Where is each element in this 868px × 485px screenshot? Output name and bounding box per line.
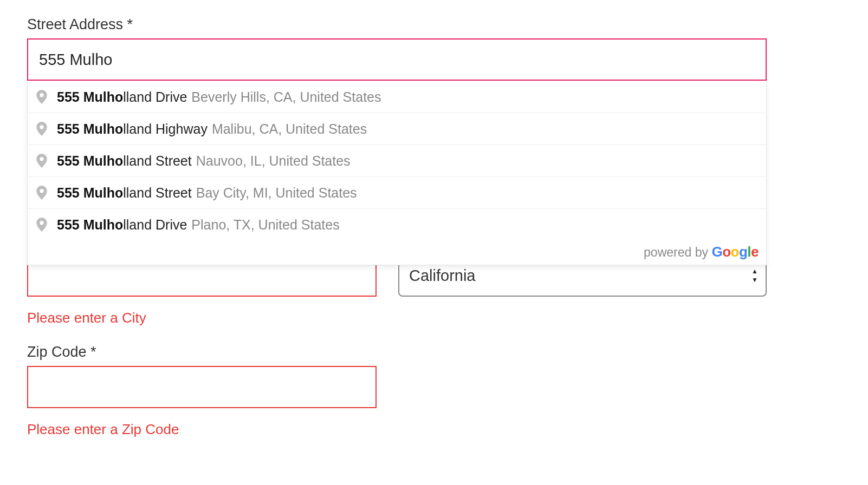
zip-code-input[interactable] bbox=[27, 366, 377, 408]
map-pin-icon bbox=[36, 90, 47, 104]
suggestion-secondary-text: Nauvoo, IL, United States bbox=[196, 153, 351, 169]
autocomplete-suggestion[interactable]: 555 Mulholland Drive Plano, TX, United S… bbox=[28, 209, 766, 240]
google-logo: Google bbox=[711, 244, 759, 260]
map-pin-icon bbox=[36, 186, 47, 200]
suggestion-main-text: 555 Mulholland Highway bbox=[57, 121, 208, 137]
city-error-message: Please enter a City bbox=[27, 310, 377, 326]
suggestion-main-text: 555 Mulholland Drive bbox=[57, 89, 187, 105]
map-pin-icon bbox=[36, 122, 47, 136]
zip-error-message: Please enter a Zip Code bbox=[27, 421, 377, 438]
address-autocomplete-dropdown: 555 Mulholland Drive Beverly Hills, CA, … bbox=[27, 81, 767, 265]
suggestion-main-text: 555 Mulholland Street bbox=[57, 185, 192, 201]
select-arrows-icon: ▲▼ bbox=[752, 267, 758, 284]
powered-by-google: powered by Google bbox=[28, 240, 766, 265]
autocomplete-suggestion[interactable]: 555 Mulholland Highway Malibu, CA, Unite… bbox=[28, 113, 766, 145]
street-address-input[interactable] bbox=[27, 38, 767, 81]
suggestion-main-text: 555 Mulholland Drive bbox=[57, 217, 187, 233]
suggestion-secondary-text: Beverly Hills, CA, United States bbox=[191, 89, 381, 105]
autocomplete-suggestion[interactable]: 555 Mulholland Street Nauvoo, IL, United… bbox=[28, 145, 766, 177]
suggestion-secondary-text: Malibu, CA, United States bbox=[212, 121, 367, 137]
zip-code-label: Zip Code * bbox=[27, 344, 377, 361]
suggestion-secondary-text: Plano, TX, United States bbox=[191, 217, 339, 233]
street-address-label: Street Address * bbox=[27, 16, 841, 33]
suggestion-main-text: 555 Mulholland Street bbox=[57, 153, 192, 169]
suggestion-secondary-text: Bay City, MI, United States bbox=[196, 185, 357, 201]
state-select-value: California bbox=[409, 267, 476, 285]
autocomplete-suggestion[interactable]: 555 Mulholland Street Bay City, MI, Unit… bbox=[28, 177, 766, 209]
autocomplete-suggestion[interactable]: 555 Mulholland Drive Beverly Hills, CA, … bbox=[28, 81, 766, 113]
map-pin-icon bbox=[36, 154, 47, 168]
map-pin-icon bbox=[36, 218, 47, 232]
